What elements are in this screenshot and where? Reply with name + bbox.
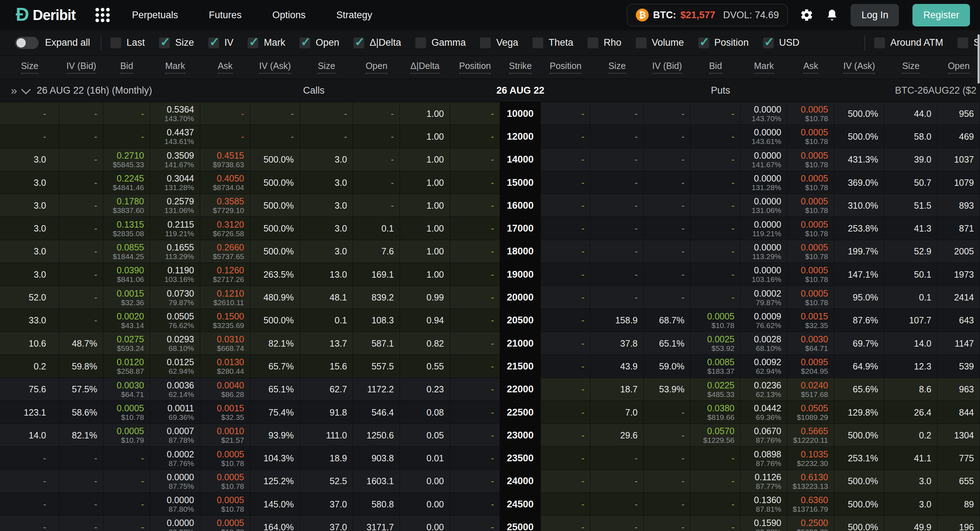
cell-strike[interactable]: 15000 xyxy=(500,171,541,194)
cell-c_ask[interactable]: 0.4050$8734.04 xyxy=(200,171,250,194)
cell-p_bid[interactable]: - xyxy=(690,263,741,286)
cell-strike[interactable]: 10000 xyxy=(500,102,541,125)
cell-c_bid[interactable]: 0.0015$32.36 xyxy=(103,286,150,308)
cell-p_bid[interactable]: - xyxy=(690,447,741,469)
cell-p_ask[interactable]: 0.0005$10.78 xyxy=(788,125,834,148)
cell-c_ask[interactable]: 0.1500$3235.69 xyxy=(200,309,250,332)
column-header-ask-4[interactable]: Ask xyxy=(200,56,250,79)
column-header-size-18[interactable]: Size xyxy=(884,56,937,79)
cell-p_bid[interactable]: - xyxy=(690,470,741,493)
column-header-mark-3[interactable]: Mark xyxy=(150,56,200,79)
cell-p_bid[interactable]: - xyxy=(690,171,741,194)
filter-checkbox-mark[interactable]: Mark xyxy=(248,37,285,48)
cell-c_bid[interactable]: 0.0005$10.78 xyxy=(103,401,150,423)
filter-checkbox-size[interactable]: Size xyxy=(159,37,194,48)
cell-p_ask[interactable]: 0.6130$13223.13 xyxy=(788,470,834,493)
cell-p_ask[interactable]: 0.0005$10.78 xyxy=(788,240,834,262)
cell-strike[interactable]: 22000 xyxy=(500,378,541,401)
cell-strike[interactable]: 22500 xyxy=(500,401,541,423)
cell-c_ask[interactable]: 0.0015$32.35 xyxy=(200,401,250,423)
cell-c_bid[interactable]: 0.2710$5845.33 xyxy=(103,148,150,171)
column-header-bid-14[interactable]: Bid xyxy=(690,56,741,79)
cell-p_ask[interactable]: 0.1035$2232.30 xyxy=(788,447,834,469)
around-atm-checkbox[interactable]: Around ATM xyxy=(874,37,943,48)
filter-checkbox-position[interactable]: Position xyxy=(698,37,749,48)
cell-p_bid[interactable]: - xyxy=(690,148,741,171)
column-header-size-0[interactable]: Size xyxy=(0,56,59,79)
cell-c_ask[interactable]: 0.2660$5737.65 xyxy=(200,240,250,262)
filter-checkbox--delta[interactable]: Δ|Delta xyxy=(353,37,401,48)
expand-all-toggle[interactable] xyxy=(15,37,38,49)
cell-p_bid[interactable]: 0.0380$819.66 xyxy=(690,401,741,423)
nav-item-strategy[interactable]: Strategy xyxy=(336,10,372,21)
cell-c_ask[interactable]: 0.1260$2717.26 xyxy=(200,263,250,286)
cell-c_ask[interactable]: - xyxy=(200,125,250,148)
filter-checkbox-volume[interactable]: Volume xyxy=(636,37,684,48)
nav-item-options[interactable]: Options xyxy=(272,10,305,21)
cell-c_bid[interactable]: 0.0390$841.06 xyxy=(103,263,150,286)
cell-c_bid[interactable]: - xyxy=(103,447,150,469)
cell-p_ask[interactable]: 0.6360$13716.79 xyxy=(788,493,834,515)
cell-strike[interactable]: 19000 xyxy=(500,263,541,286)
cell-p_bid[interactable]: - xyxy=(690,493,741,515)
column-header-iv-bid--1[interactable]: IV (Bid) xyxy=(59,56,103,79)
cell-c_bid[interactable]: 0.0020$43.14 xyxy=(103,309,150,332)
filter-checkbox-rho[interactable]: Rho xyxy=(587,37,622,48)
cell-c_ask[interactable]: 0.0005$10.78 xyxy=(200,470,250,493)
cell-p_ask[interactable]: 0.0005$10.78 xyxy=(788,102,834,125)
cell-p_ask[interactable]: 0.0095$204.95 xyxy=(788,355,834,377)
cell-c_ask[interactable]: 0.4515$9738.63 xyxy=(200,148,250,171)
column-header-bid-2[interactable]: Bid xyxy=(103,56,150,79)
column-header-iv-ask--17[interactable]: IV (Ask) xyxy=(834,56,884,79)
cell-p_ask[interactable]: 0.0030$64.71 xyxy=(788,332,834,355)
filter-checkbox-open[interactable]: Open xyxy=(299,37,339,48)
cell-strike[interactable]: 23000 xyxy=(500,424,541,446)
column-header--delta-8[interactable]: Δ|Delta xyxy=(400,56,450,79)
settings-gear-icon[interactable] xyxy=(800,8,813,22)
expand-columns-icon[interactable]: » xyxy=(11,84,17,97)
cell-c_ask[interactable]: 0.0010$21.57 xyxy=(200,424,250,446)
cell-c_bid[interactable]: - xyxy=(103,470,150,493)
cell-c_ask[interactable]: 0.0005$10.78 xyxy=(200,516,250,531)
cell-c_bid[interactable]: - xyxy=(103,125,150,148)
cell-c_ask[interactable]: 0.3120$6726.58 xyxy=(200,217,250,239)
vertical-scrollbar[interactable] xyxy=(977,34,980,84)
column-header-ask-16[interactable]: Ask xyxy=(788,56,834,79)
cell-strike[interactable]: 20000 xyxy=(500,286,541,308)
cell-p_ask[interactable]: 0.0005$10.78 xyxy=(788,171,834,194)
cell-p_bid[interactable]: 0.0025$53.92 xyxy=(690,332,741,355)
cell-p_ask[interactable]: 0.0015$32.35 xyxy=(788,309,834,332)
column-header-open-19[interactable]: Open xyxy=(937,56,980,79)
cell-c_bid[interactable]: 0.1315$2835.08 xyxy=(103,217,150,239)
column-header-iv-ask--5[interactable]: IV (Ask) xyxy=(250,56,300,79)
cell-strike[interactable]: 12000 xyxy=(500,125,541,148)
cell-strike[interactable]: 20500 xyxy=(500,309,541,332)
cell-p_ask[interactable]: 0.0240$517.68 xyxy=(788,378,834,401)
cell-p_bid[interactable]: 0.0570$1229.56 xyxy=(690,424,741,446)
cell-p_bid[interactable]: 0.0005$10.78 xyxy=(690,309,741,332)
cell-p_bid[interactable]: - xyxy=(690,102,741,125)
filter-checkbox-iv[interactable]: IV xyxy=(208,37,234,48)
cell-p_ask[interactable]: 0.0005$10.78 xyxy=(788,148,834,171)
filter-checkbox-last[interactable]: Last xyxy=(110,37,145,48)
cell-c_bid[interactable]: 0.2245$4841.46 xyxy=(103,171,150,194)
cell-p_ask[interactable]: 0.5665$12220.11 xyxy=(788,424,834,446)
cell-c_bid[interactable]: 0.0275$593.24 xyxy=(103,332,150,355)
cell-strike[interactable]: 17000 xyxy=(500,217,541,239)
cell-c_bid[interactable]: 0.0030$64.71 xyxy=(103,378,150,401)
cell-strike[interactable]: 14000 xyxy=(500,148,541,171)
cell-p_ask[interactable]: 0.0505$1089.29 xyxy=(788,401,834,423)
apps-grid-icon[interactable] xyxy=(95,8,110,22)
cell-c_bid[interactable]: 0.1780$3837.60 xyxy=(103,194,150,216)
cell-c_bid[interactable]: 0.0855$1844.25 xyxy=(103,240,150,262)
register-button[interactable]: Register xyxy=(912,4,970,27)
cell-c_bid[interactable]: - xyxy=(103,493,150,515)
cell-p_bid[interactable]: - xyxy=(690,194,741,216)
column-header-position-9[interactable]: Position xyxy=(450,56,500,79)
cell-p_bid[interactable]: - xyxy=(690,125,741,148)
cell-strike[interactable]: 24500 xyxy=(500,493,541,515)
btc-ticker[interactable]: ₿ BTC: $21,577 DVOL: 74.69 xyxy=(627,4,788,26)
cell-strike[interactable]: 25000 xyxy=(500,516,541,531)
cell-strike[interactable]: 18000 xyxy=(500,240,541,262)
cell-c_ask[interactable]: 0.0005$10.78 xyxy=(200,447,250,469)
